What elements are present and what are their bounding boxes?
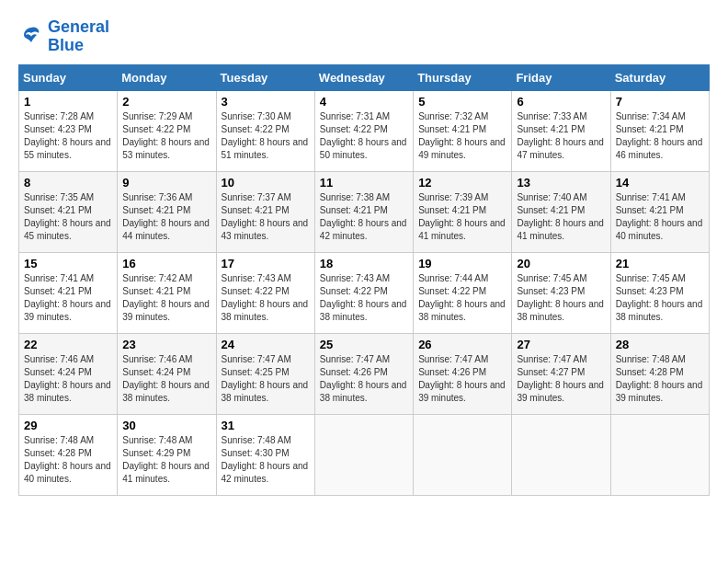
- day-number: 6: [517, 95, 605, 109]
- calendar-day-cell: [414, 414, 512, 495]
- page-header: General Blue: [18, 18, 710, 55]
- weekday-header-row: SundayMondayTuesdayWednesdayThursdayFrid…: [19, 64, 710, 90]
- day-info: Sunrise: 7:29 AM Sunset: 4:22 PM Dayligh…: [122, 110, 210, 162]
- day-number: 27: [517, 338, 605, 351]
- day-number: 22: [24, 338, 112, 351]
- day-info: Sunrise: 7:36 AM Sunset: 4:21 PM Dayligh…: [122, 191, 210, 243]
- day-number: 11: [320, 176, 408, 190]
- day-info: Sunrise: 7:34 AM Sunset: 4:21 PM Dayligh…: [616, 110, 704, 162]
- day-number: 2: [122, 95, 210, 109]
- calendar-day-cell: 14 Sunrise: 7:41 AM Sunset: 4:21 PM Dayl…: [610, 171, 709, 252]
- day-info: Sunrise: 7:48 AM Sunset: 4:28 PM Dayligh…: [24, 434, 112, 486]
- day-info: Sunrise: 7:43 AM Sunset: 4:22 PM Dayligh…: [320, 272, 408, 324]
- calendar-day-cell: 19 Sunrise: 7:44 AM Sunset: 4:22 PM Dayl…: [414, 252, 512, 333]
- day-number: 23: [122, 338, 210, 351]
- weekday-header-cell: Wednesday: [314, 64, 413, 90]
- calendar-day-cell: 22 Sunrise: 7:46 AM Sunset: 4:24 PM Dayl…: [19, 333, 118, 414]
- calendar-day-cell: 17 Sunrise: 7:43 AM Sunset: 4:22 PM Dayl…: [216, 252, 314, 333]
- day-info: Sunrise: 7:42 AM Sunset: 4:21 PM Dayligh…: [122, 272, 210, 324]
- day-number: 1: [24, 95, 112, 109]
- calendar-day-cell: [314, 414, 413, 495]
- calendar-day-cell: 23 Sunrise: 7:46 AM Sunset: 4:24 PM Dayl…: [118, 333, 216, 414]
- day-number: 30: [122, 419, 210, 432]
- day-number: 9: [122, 176, 210, 190]
- calendar-day-cell: [610, 414, 709, 495]
- day-number: 26: [418, 338, 506, 351]
- calendar-day-cell: 25 Sunrise: 7:47 AM Sunset: 4:26 PM Dayl…: [314, 333, 413, 414]
- logo-text: General Blue: [48, 18, 109, 55]
- calendar-day-cell: 10 Sunrise: 7:37 AM Sunset: 4:21 PM Dayl…: [216, 171, 314, 252]
- day-info: Sunrise: 7:40 AM Sunset: 4:21 PM Dayligh…: [517, 191, 605, 243]
- calendar-day-cell: 3 Sunrise: 7:30 AM Sunset: 4:22 PM Dayli…: [216, 90, 314, 171]
- day-number: 20: [517, 257, 605, 270]
- weekday-header-cell: Friday: [512, 64, 610, 90]
- day-number: 19: [418, 257, 506, 270]
- day-number: 10: [222, 176, 310, 190]
- calendar-day-cell: [512, 414, 610, 495]
- day-info: Sunrise: 7:33 AM Sunset: 4:21 PM Dayligh…: [517, 110, 605, 162]
- day-info: Sunrise: 7:46 AM Sunset: 4:24 PM Dayligh…: [24, 353, 112, 405]
- calendar-day-cell: 24 Sunrise: 7:47 AM Sunset: 4:25 PM Dayl…: [216, 333, 314, 414]
- calendar-day-cell: 26 Sunrise: 7:47 AM Sunset: 4:26 PM Dayl…: [414, 333, 512, 414]
- day-number: 31: [222, 419, 310, 432]
- calendar-week-row: 1 Sunrise: 7:28 AM Sunset: 4:23 PM Dayli…: [19, 90, 710, 171]
- day-number: 18: [320, 257, 408, 270]
- day-number: 4: [320, 95, 408, 109]
- weekday-header-cell: Thursday: [414, 64, 512, 90]
- weekday-header-cell: Monday: [118, 64, 216, 90]
- calendar-day-cell: 27 Sunrise: 7:47 AM Sunset: 4:27 PM Dayl…: [512, 333, 610, 414]
- weekday-header-cell: Sunday: [19, 64, 118, 90]
- calendar-body: 1 Sunrise: 7:28 AM Sunset: 4:23 PM Dayli…: [19, 90, 710, 495]
- day-info: Sunrise: 7:45 AM Sunset: 4:23 PM Dayligh…: [517, 272, 605, 324]
- calendar-day-cell: 28 Sunrise: 7:48 AM Sunset: 4:28 PM Dayl…: [610, 333, 709, 414]
- day-info: Sunrise: 7:39 AM Sunset: 4:21 PM Dayligh…: [418, 191, 506, 243]
- calendar-table: SundayMondayTuesdayWednesdayThursdayFrid…: [18, 64, 710, 496]
- day-number: 25: [320, 338, 408, 351]
- day-number: 12: [418, 176, 506, 190]
- day-info: Sunrise: 7:38 AM Sunset: 4:21 PM Dayligh…: [320, 191, 408, 243]
- day-number: 29: [24, 419, 112, 432]
- calendar-day-cell: 16 Sunrise: 7:42 AM Sunset: 4:21 PM Dayl…: [118, 252, 216, 333]
- calendar-week-row: 29 Sunrise: 7:48 AM Sunset: 4:28 PM Dayl…: [19, 414, 710, 495]
- day-number: 14: [616, 176, 704, 190]
- calendar-week-row: 22 Sunrise: 7:46 AM Sunset: 4:24 PM Dayl…: [19, 333, 710, 414]
- calendar-day-cell: 20 Sunrise: 7:45 AM Sunset: 4:23 PM Dayl…: [512, 252, 610, 333]
- day-info: Sunrise: 7:41 AM Sunset: 4:21 PM Dayligh…: [24, 272, 112, 324]
- calendar-day-cell: 4 Sunrise: 7:31 AM Sunset: 4:22 PM Dayli…: [314, 90, 413, 171]
- day-number: 5: [418, 95, 506, 109]
- calendar-day-cell: 21 Sunrise: 7:45 AM Sunset: 4:23 PM Dayl…: [610, 252, 709, 333]
- calendar-day-cell: 9 Sunrise: 7:36 AM Sunset: 4:21 PM Dayli…: [118, 171, 216, 252]
- calendar-day-cell: 6 Sunrise: 7:33 AM Sunset: 4:21 PM Dayli…: [512, 90, 610, 171]
- calendar-day-cell: 31 Sunrise: 7:48 AM Sunset: 4:30 PM Dayl…: [216, 414, 314, 495]
- calendar-day-cell: 18 Sunrise: 7:43 AM Sunset: 4:22 PM Dayl…: [314, 252, 413, 333]
- calendar-week-row: 8 Sunrise: 7:35 AM Sunset: 4:21 PM Dayli…: [19, 171, 710, 252]
- day-number: 13: [517, 176, 605, 190]
- calendar-day-cell: 15 Sunrise: 7:41 AM Sunset: 4:21 PM Dayl…: [19, 252, 118, 333]
- day-info: Sunrise: 7:37 AM Sunset: 4:21 PM Dayligh…: [222, 191, 310, 243]
- calendar-day-cell: 30 Sunrise: 7:48 AM Sunset: 4:29 PM Dayl…: [118, 414, 216, 495]
- day-info: Sunrise: 7:28 AM Sunset: 4:23 PM Dayligh…: [24, 110, 112, 162]
- day-info: Sunrise: 7:47 AM Sunset: 4:26 PM Dayligh…: [320, 353, 408, 405]
- day-info: Sunrise: 7:48 AM Sunset: 4:29 PM Dayligh…: [122, 434, 210, 486]
- day-info: Sunrise: 7:47 AM Sunset: 4:27 PM Dayligh…: [517, 353, 605, 405]
- calendar-day-cell: 29 Sunrise: 7:48 AM Sunset: 4:28 PM Dayl…: [19, 414, 118, 495]
- day-info: Sunrise: 7:48 AM Sunset: 4:28 PM Dayligh…: [616, 353, 704, 405]
- day-info: Sunrise: 7:44 AM Sunset: 4:22 PM Dayligh…: [418, 272, 506, 324]
- day-info: Sunrise: 7:43 AM Sunset: 4:22 PM Dayligh…: [222, 272, 310, 324]
- calendar-day-cell: 13 Sunrise: 7:40 AM Sunset: 4:21 PM Dayl…: [512, 171, 610, 252]
- day-number: 8: [24, 176, 112, 190]
- day-info: Sunrise: 7:35 AM Sunset: 4:21 PM Dayligh…: [24, 191, 112, 243]
- day-info: Sunrise: 7:48 AM Sunset: 4:30 PM Dayligh…: [222, 434, 310, 486]
- day-number: 21: [616, 257, 704, 270]
- calendar-week-row: 15 Sunrise: 7:41 AM Sunset: 4:21 PM Dayl…: [19, 252, 710, 333]
- logo-bird-icon: [18, 24, 44, 50]
- day-number: 17: [222, 257, 310, 270]
- calendar-day-cell: 5 Sunrise: 7:32 AM Sunset: 4:21 PM Dayli…: [414, 90, 512, 171]
- day-number: 16: [122, 257, 210, 270]
- day-number: 7: [616, 95, 704, 109]
- day-number: 24: [222, 338, 310, 351]
- day-info: Sunrise: 7:45 AM Sunset: 4:23 PM Dayligh…: [616, 272, 704, 324]
- calendar-day-cell: 11 Sunrise: 7:38 AM Sunset: 4:21 PM Dayl…: [314, 171, 413, 252]
- weekday-header-cell: Saturday: [610, 64, 709, 90]
- day-info: Sunrise: 7:31 AM Sunset: 4:22 PM Dayligh…: [320, 110, 408, 162]
